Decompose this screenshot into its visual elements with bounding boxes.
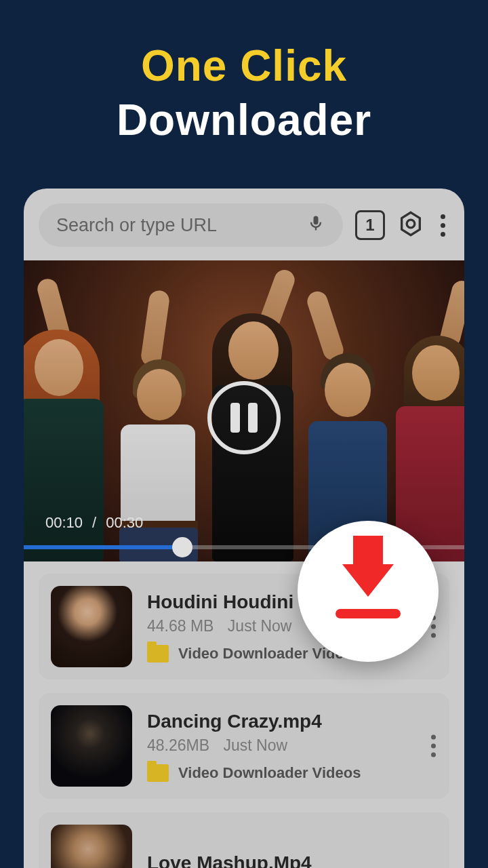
search-placeholder: Search or type URL (56, 215, 217, 236)
folder-icon (147, 764, 169, 782)
video-player[interactable]: 00:10 / 00:30 (24, 260, 464, 561)
download-button[interactable] (298, 521, 439, 662)
time-current: 00:10 (45, 514, 83, 532)
overflow-menu-icon[interactable] (436, 214, 449, 237)
mic-icon[interactable] (306, 214, 325, 237)
item-folder: Video Downloader Videos (147, 764, 437, 782)
progress-thumb[interactable] (172, 537, 192, 557)
item-meta: 48.26MB Just Now (147, 736, 437, 755)
hero-line-2: Downloader (0, 95, 488, 145)
hero-title: One Click Downloader (0, 0, 488, 145)
hero-line-1: One Click (0, 41, 488, 91)
progress-fill (24, 545, 182, 549)
thumbnail (51, 586, 132, 667)
item-title: Dancing Crazy.mp4 (147, 711, 437, 732)
more-icon[interactable] (431, 735, 436, 757)
svg-marker-0 (402, 212, 420, 235)
time-total: 00:30 (106, 514, 143, 532)
browser-bar: Search or type URL 1 (24, 189, 464, 260)
svg-point-1 (407, 220, 415, 228)
list-item[interactable]: Love Mashup.Mp4 (39, 812, 449, 868)
thumbnail (51, 705, 132, 787)
phone-mockup: Search or type URL 1 00:10 / 00:30 (24, 189, 464, 868)
folder-icon (147, 645, 169, 663)
item-title: Love Mashup.Mp4 (147, 852, 437, 868)
settings-icon[interactable] (397, 210, 424, 240)
video-time: 00:10 / 00:30 (45, 514, 143, 532)
tab-count-button[interactable]: 1 (355, 210, 385, 240)
thumbnail (51, 825, 132, 868)
search-input[interactable]: Search or type URL (39, 203, 343, 247)
download-icon (342, 564, 394, 597)
list-item[interactable]: Dancing Crazy.mp4 48.26MB Just Now Video… (39, 693, 449, 799)
time-sep: / (92, 514, 96, 532)
pause-icon[interactable] (207, 381, 281, 454)
